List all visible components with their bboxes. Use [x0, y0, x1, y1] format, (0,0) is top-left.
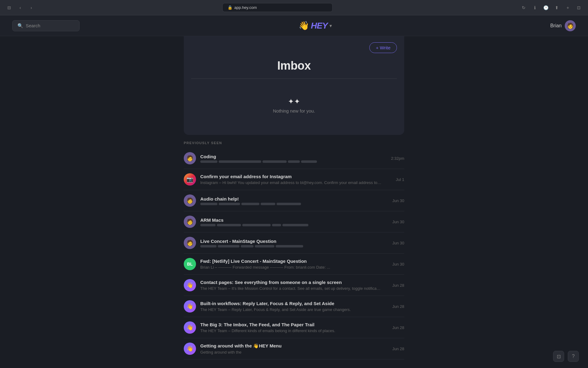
search-bar[interactable]: 🔍 Search	[12, 20, 80, 31]
email-item[interactable]: 👋 Built-in workflows: Reply Later, Focus…	[184, 296, 404, 317]
email-time: Jul 1	[386, 177, 404, 182]
forward-button[interactable]: ›	[27, 3, 36, 12]
tabs-icon[interactable]: ⊡	[575, 3, 583, 12]
email-time: Jun 28	[386, 283, 404, 288]
write-button[interactable]: + Write	[369, 42, 397, 53]
email-time: Jun 28	[386, 304, 404, 309]
email-list: 🧑 Coding 2:32pm 📷 Confirm your email add…	[184, 148, 404, 359]
lock-icon: 🔒	[228, 5, 232, 10]
email-subject: Audio chain help!	[200, 196, 382, 201]
hey-wave-icon: 👋	[299, 21, 309, 31]
email-item[interactable]: 📷 Confirm your email address for Instagr…	[184, 169, 404, 190]
imbox-title: Imbox	[184, 53, 404, 75]
url-input[interactable]: 🔒 app.hey.com	[222, 3, 333, 12]
previously-seen-label: PREVIOUSLY SEEN	[184, 135, 404, 148]
center-panel: + Write Imbox ✦✦ Nothing new for you. PR…	[184, 36, 404, 359]
imbox-empty-state: ✦✦ Nothing new for you.	[184, 79, 404, 126]
back-button[interactable]: ‹	[16, 3, 24, 12]
app-header: 🔍 Search 👋 HEY ▾ Brian 🧑	[0, 15, 588, 36]
email-content: Live Concert - MainStage Question	[200, 239, 382, 247]
previously-seen-section: PREVIOUSLY SEEN 🧑 Coding 2:32pm 📷 Confir…	[184, 135, 404, 359]
avatar: BL	[184, 258, 196, 270]
email-subject: Coding	[200, 154, 382, 159]
hey-logo-text: HEY	[311, 21, 328, 31]
avatar: 🧑	[184, 216, 196, 228]
reload-icon[interactable]: ↻	[519, 3, 528, 12]
email-time: Jun 28	[386, 347, 404, 351]
browser-controls: ⊟ ‹ ›	[5, 3, 36, 12]
avatar: 👋	[184, 321, 196, 334]
history-icon[interactable]: 🕐	[541, 3, 550, 12]
avatar: 👋	[184, 343, 196, 355]
email-item[interactable]: 🧑 Live Concert - MainStage Question Jun …	[184, 232, 404, 254]
email-preview-redacted	[200, 224, 382, 226]
email-item[interactable]: 👋 Getting around with the 👋HEY Menu Gett…	[184, 338, 404, 359]
email-subject: Confirm your email address for Instagram	[200, 174, 382, 179]
hey-logo[interactable]: 👋 HEY ▾	[299, 21, 331, 31]
sparkle-icon: ✦✦	[184, 97, 404, 106]
avatar: 👋	[184, 279, 196, 291]
email-subject: Live Concert - MainStage Question	[200, 239, 382, 244]
hey-dropdown-icon[interactable]: ▾	[330, 23, 331, 28]
email-content: Getting around with the 👋HEY Menu Gettin…	[200, 343, 382, 355]
email-preview-redacted	[200, 245, 382, 247]
email-content: Coding	[200, 154, 382, 163]
email-item[interactable]: 🧑 Coding 2:32pm	[184, 148, 404, 169]
browser-actions: ↻ ℹ 🕐 ⬆ + ⊡	[519, 3, 583, 12]
imbox-header: + Write	[184, 36, 404, 53]
info-icon[interactable]: ℹ	[530, 3, 539, 12]
email-subject: Fwd: [Netlify] Live Concert - MainStage …	[200, 259, 382, 264]
email-time: Jun 30	[386, 220, 404, 224]
email-content: Fwd: [Netlify] Live Concert - MainStage …	[200, 259, 382, 270]
email-preview: Instagram – Hi bwhl! You updated your em…	[200, 180, 382, 185]
imbox-section: + Write Imbox ✦✦ Nothing new for you.	[184, 36, 404, 135]
email-content: Contact pages: See everything from someo…	[200, 280, 382, 291]
avatar: 🧑	[184, 194, 196, 207]
email-time: Jun 30	[386, 262, 404, 266]
email-preview: The HEY Team – Reply Later, Focus & Repl…	[200, 307, 382, 312]
email-preview: Brian Li – ---------- Forwarded message …	[200, 265, 382, 270]
content-area: + Write Imbox ✦✦ Nothing new for you. PR…	[0, 36, 588, 359]
avatar: 🧑	[184, 152, 196, 164]
browser-chrome: ⊟ ‹ › 🔒 app.hey.com ↻ ℹ 🕐 ⬆ + ⊡	[0, 0, 588, 15]
user-avatar[interactable]: 🧑	[565, 20, 576, 31]
email-subject: The Big 3: The Imbox, The Feed, and The …	[200, 322, 382, 327]
help-icon[interactable]: ?	[568, 351, 579, 362]
avatar: 👋	[184, 300, 196, 312]
email-subject: Built-in workflows: Reply Later, Focus &…	[200, 301, 382, 306]
email-content: The Big 3: The Imbox, The Feed, and The …	[200, 322, 382, 333]
email-item[interactable]: 🧑 Audio chain help! Jun 30	[184, 190, 404, 211]
email-item[interactable]: 👋 Contact pages: See everything from som…	[184, 275, 404, 296]
email-item[interactable]: BL Fwd: [Netlify] Live Concert - MainSta…	[184, 254, 404, 275]
email-preview-redacted	[200, 203, 382, 205]
email-content: Built-in workflows: Reply Later, Focus &…	[200, 301, 382, 312]
bottom-bar: ⊡ ?	[553, 351, 579, 362]
email-subject: Getting around with the 👋HEY Menu	[200, 343, 382, 349]
email-time: Jun 28	[386, 325, 404, 330]
share-icon[interactable]: ⬆	[552, 3, 561, 12]
email-preview: The HEY Team – It's like Mission Control…	[200, 286, 382, 291]
compose-icon[interactable]: ⊡	[553, 351, 564, 362]
email-subject: Contact pages: See everything from someo…	[200, 280, 382, 285]
email-item[interactable]: 🧑 ARM Macs Jun 30	[184, 211, 404, 232]
user-area[interactable]: Brian 🧑	[550, 20, 576, 31]
email-subject: ARM Macs	[200, 217, 382, 223]
avatar: 🧑	[184, 237, 196, 249]
email-content: ARM Macs	[200, 217, 382, 226]
search-icon: 🔍	[17, 23, 23, 29]
add-tab-icon[interactable]: +	[564, 3, 572, 12]
email-item[interactable]: 👋 The Big 3: The Imbox, The Feed, and Th…	[184, 317, 404, 338]
user-name: Brian	[550, 23, 562, 29]
avatar: 📷	[184, 173, 196, 186]
email-time: Jun 30	[386, 241, 404, 245]
email-preview-redacted	[200, 160, 382, 163]
email-time: 2:32pm	[386, 156, 404, 161]
email-preview: The HEY Team – Different kinds of emails…	[200, 328, 382, 333]
email-content: Confirm your email address for Instagram…	[200, 174, 382, 185]
email-preview: Getting around with the	[200, 350, 382, 355]
nothing-new-text: Nothing new for you.	[184, 108, 404, 113]
sidebar-toggle-icon[interactable]: ⊟	[5, 3, 13, 12]
email-time: Jun 30	[386, 198, 404, 203]
email-content: Audio chain help!	[200, 196, 382, 205]
address-bar: 🔒 app.hey.com	[39, 3, 516, 12]
